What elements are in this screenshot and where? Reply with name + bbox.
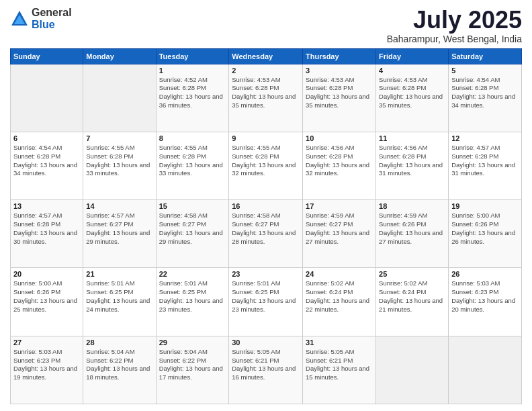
day-info: Sunrise: 4:57 AMSunset: 6:27 PMDaylight:…: [86, 212, 152, 246]
day-number: 25: [379, 270, 445, 278]
table-row: 3Sunrise: 4:53 AMSunset: 6:28 PMDaylight…: [303, 64, 376, 132]
day-info: Sunrise: 5:01 AMSunset: 6:25 PMDaylight:…: [159, 279, 226, 314]
col-friday: Friday: [376, 48, 449, 64]
day-number: 15: [159, 202, 226, 210]
day-number: 17: [306, 202, 373, 210]
day-info: Sunrise: 4:53 AMSunset: 6:28 PMDaylight:…: [232, 76, 300, 110]
title-block: July 2025 Baharampur, West Bengal, India: [387, 7, 522, 44]
day-info: Sunrise: 4:53 AMSunset: 6:28 PMDaylight:…: [306, 76, 373, 110]
day-info: Sunrise: 5:02 AMSunset: 6:24 PMDaylight:…: [306, 279, 373, 314]
table-row: 15Sunrise: 4:58 AMSunset: 6:27 PMDayligh…: [156, 200, 229, 268]
day-info: Sunrise: 4:54 AMSunset: 6:28 PMDaylight:…: [451, 76, 519, 110]
day-info: Sunrise: 4:55 AMSunset: 6:28 PMDaylight:…: [86, 144, 152, 178]
table-row: 24Sunrise: 5:02 AMSunset: 6:24 PMDayligh…: [303, 268, 376, 336]
day-info: Sunrise: 4:54 AMSunset: 6:28 PMDaylight:…: [13, 144, 80, 178]
day-info: Sunrise: 4:58 AMSunset: 6:27 PMDaylight:…: [232, 212, 300, 246]
table-row: 14Sunrise: 4:57 AMSunset: 6:27 PMDayligh…: [83, 200, 156, 268]
table-row: 18Sunrise: 4:59 AMSunset: 6:26 PMDayligh…: [376, 200, 449, 268]
col-thursday: Thursday: [303, 48, 376, 64]
day-info: Sunrise: 5:02 AMSunset: 6:24 PMDaylight:…: [379, 279, 445, 314]
table-row: 31Sunrise: 5:05 AMSunset: 6:21 PMDayligh…: [303, 336, 376, 404]
table-row: 11Sunrise: 4:56 AMSunset: 6:28 PMDayligh…: [376, 132, 449, 199]
day-number: 23: [232, 270, 300, 278]
day-number: 27: [13, 338, 80, 347]
table-row: 27Sunrise: 5:03 AMSunset: 6:23 PMDayligh…: [11, 336, 83, 404]
day-info: Sunrise: 4:53 AMSunset: 6:28 PMDaylight:…: [379, 76, 445, 110]
day-number: 26: [451, 270, 519, 278]
calendar-header-row: Sunday Monday Tuesday Wednesday Thursday…: [11, 48, 522, 64]
day-info: Sunrise: 5:05 AMSunset: 6:21 PMDaylight:…: [232, 348, 300, 382]
day-number: 16: [232, 202, 300, 210]
day-number: 9: [232, 134, 300, 142]
day-info: Sunrise: 4:56 AMSunset: 6:28 PMDaylight:…: [306, 144, 373, 178]
logo-icon: [10, 9, 29, 28]
day-info: Sunrise: 4:57 AMSunset: 6:28 PMDaylight:…: [451, 144, 519, 178]
table-row: [83, 64, 156, 132]
table-row: 23Sunrise: 5:01 AMSunset: 6:25 PMDayligh…: [229, 268, 303, 336]
day-info: Sunrise: 4:52 AMSunset: 6:28 PMDaylight:…: [159, 76, 226, 110]
table-row: 25Sunrise: 5:02 AMSunset: 6:24 PMDayligh…: [376, 268, 449, 336]
day-info: Sunrise: 5:04 AMSunset: 6:22 PMDaylight:…: [86, 348, 152, 382]
day-number: 20: [13, 270, 80, 278]
day-number: 30: [232, 338, 300, 347]
day-info: Sunrise: 5:03 AMSunset: 6:23 PMDaylight:…: [451, 279, 519, 314]
day-info: Sunrise: 4:58 AMSunset: 6:27 PMDaylight:…: [159, 212, 226, 246]
col-tuesday: Tuesday: [156, 48, 229, 64]
day-info: Sunrise: 4:56 AMSunset: 6:28 PMDaylight:…: [379, 144, 445, 178]
day-info: Sunrise: 5:00 AMSunset: 6:26 PMDaylight:…: [451, 212, 519, 246]
day-number: 14: [86, 202, 152, 210]
day-info: Sunrise: 5:01 AMSunset: 6:25 PMDaylight:…: [86, 279, 152, 314]
day-info: Sunrise: 4:55 AMSunset: 6:28 PMDaylight:…: [159, 144, 226, 178]
day-number: 10: [306, 134, 373, 142]
day-number: 1: [159, 66, 226, 75]
day-info: Sunrise: 5:01 AMSunset: 6:25 PMDaylight:…: [232, 279, 300, 314]
day-info: Sunrise: 4:59 AMSunset: 6:26 PMDaylight:…: [379, 212, 445, 246]
day-number: 18: [379, 202, 445, 210]
table-row: 10Sunrise: 4:56 AMSunset: 6:28 PMDayligh…: [303, 132, 376, 199]
calendar-week-row: 20Sunrise: 5:00 AMSunset: 6:26 PMDayligh…: [11, 268, 522, 336]
day-number: 21: [86, 270, 152, 278]
table-row: 2Sunrise: 4:53 AMSunset: 6:28 PMDaylight…: [229, 64, 303, 132]
page-header: General Blue July 2025 Baharampur, West …: [10, 7, 522, 44]
table-row: [11, 64, 83, 132]
calendar-week-row: 1Sunrise: 4:52 AMSunset: 6:28 PMDaylight…: [11, 64, 522, 132]
day-number: 7: [86, 134, 152, 142]
calendar-week-row: 13Sunrise: 4:57 AMSunset: 6:28 PMDayligh…: [11, 200, 522, 268]
logo: General Blue: [10, 7, 72, 30]
table-row: 4Sunrise: 4:53 AMSunset: 6:28 PMDaylight…: [376, 64, 449, 132]
table-row: 17Sunrise: 4:59 AMSunset: 6:27 PMDayligh…: [303, 200, 376, 268]
day-number: 11: [379, 134, 445, 142]
table-row: 28Sunrise: 5:04 AMSunset: 6:22 PMDayligh…: [83, 336, 156, 404]
table-row: 7Sunrise: 4:55 AMSunset: 6:28 PMDaylight…: [83, 132, 156, 199]
table-row: 12Sunrise: 4:57 AMSunset: 6:28 PMDayligh…: [449, 132, 522, 199]
col-sunday: Sunday: [11, 48, 83, 64]
day-info: Sunrise: 5:03 AMSunset: 6:23 PMDaylight:…: [13, 348, 80, 382]
col-wednesday: Wednesday: [229, 48, 303, 64]
logo-blue-text: Blue: [32, 19, 72, 31]
day-number: 8: [159, 134, 226, 142]
day-info: Sunrise: 5:00 AMSunset: 6:26 PMDaylight:…: [13, 279, 80, 314]
day-number: 4: [379, 66, 445, 75]
day-number: 28: [86, 338, 152, 347]
table-row: 29Sunrise: 5:04 AMSunset: 6:22 PMDayligh…: [156, 336, 229, 404]
table-row: 13Sunrise: 4:57 AMSunset: 6:28 PMDayligh…: [11, 200, 83, 268]
day-number: 2: [232, 66, 300, 75]
calendar-table: Sunday Monday Tuesday Wednesday Thursday…: [10, 48, 522, 404]
calendar-subtitle: Baharampur, West Bengal, India: [387, 34, 522, 44]
day-info: Sunrise: 4:55 AMSunset: 6:28 PMDaylight:…: [232, 144, 300, 178]
table-row: 5Sunrise: 4:54 AMSunset: 6:28 PMDaylight…: [449, 64, 522, 132]
logo-general-text: General: [32, 7, 72, 19]
col-monday: Monday: [83, 48, 156, 64]
table-row: 16Sunrise: 4:58 AMSunset: 6:27 PMDayligh…: [229, 200, 303, 268]
day-number: 5: [451, 66, 519, 75]
table-row: 20Sunrise: 5:00 AMSunset: 6:26 PMDayligh…: [11, 268, 83, 336]
day-number: 3: [306, 66, 373, 75]
day-number: 24: [306, 270, 373, 278]
table-row: 21Sunrise: 5:01 AMSunset: 6:25 PMDayligh…: [83, 268, 156, 336]
day-info: Sunrise: 4:57 AMSunset: 6:28 PMDaylight:…: [13, 212, 80, 246]
day-number: 31: [306, 338, 373, 347]
table-row: 9Sunrise: 4:55 AMSunset: 6:28 PMDaylight…: [229, 132, 303, 199]
day-number: 12: [451, 134, 519, 142]
day-number: 13: [13, 202, 80, 210]
table-row: 1Sunrise: 4:52 AMSunset: 6:28 PMDaylight…: [156, 64, 229, 132]
